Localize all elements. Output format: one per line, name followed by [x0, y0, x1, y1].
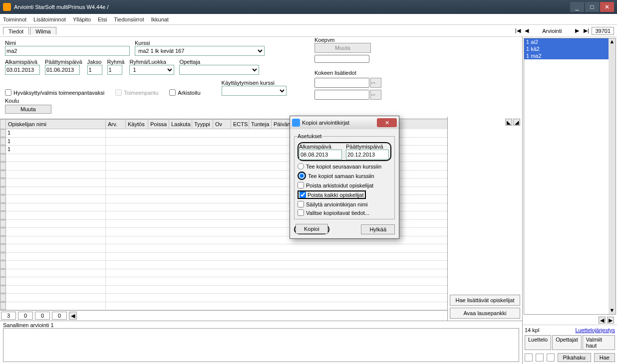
col-1[interactable]: Arv.: [106, 119, 126, 129]
paat-field[interactable]: [45, 65, 80, 75]
rp-item-1[interactable]: 1 kä2: [524, 45, 616, 52]
menu-yllapito[interactable]: Ylläpito: [73, 16, 91, 22]
jakso-label: Jakso: [87, 59, 102, 65]
hae-opiskelijat-button[interactable]: Hae lisättävät opiskelijat: [450, 295, 520, 306]
rp-item-2[interactable]: 1 ma2: [524, 52, 616, 59]
scroll-left-icon[interactable]: ◀: [69, 312, 77, 320]
alk-field[interactable]: [5, 65, 40, 75]
dlg-paat-field[interactable]: [346, 150, 389, 160]
menu-ikkunat[interactable]: Ikkunat: [151, 16, 168, 22]
table-row[interactable]: [0, 261, 447, 269]
tab-wilma[interactable]: Wilma: [30, 27, 56, 35]
kaytt-select[interactable]: [222, 86, 287, 96]
nav-last-icon[interactable]: ▶|: [583, 27, 590, 34]
rp-scrollbar[interactable]: ▲▼: [609, 38, 616, 314]
rp-left-icon[interactable]: ◀: [599, 317, 606, 324]
dlg-hylkaa-button[interactable]: Hylkää: [361, 224, 395, 234]
ryhma-label: Ryhmä: [107, 59, 125, 65]
rp-link[interactable]: Luettelojärjestys: [576, 327, 616, 333]
sanallinen-textarea[interactable]: [3, 328, 519, 362]
form-area: Nimi Kurssi ma2 1 lk kevät 167 Alkamispä…: [0, 37, 522, 117]
koepvm-field[interactable]: [314, 55, 369, 63]
dlg-alk-label: Alkamispäivä: [299, 144, 342, 150]
side-right-icon[interactable]: ◢: [513, 119, 520, 126]
save-icon[interactable]: [536, 354, 544, 362]
dlg-paat-label: Päättymispäivä: [346, 144, 389, 150]
table-row[interactable]: [0, 286, 447, 294]
chk-arkistoitu[interactable]: Arkistoitu: [169, 89, 200, 96]
jakso-field[interactable]: [87, 65, 102, 75]
dlg-chk-kaikki[interactable]: Poista kaikki opiskelijat: [298, 190, 391, 199]
lisat-btn-2[interactable]: ...: [370, 90, 381, 100]
koepvm-muuta-button[interactable]: Muuta: [314, 43, 371, 53]
rp-item-0[interactable]: 1 ai2: [524, 38, 616, 45]
opettaja-select[interactable]: [179, 65, 259, 75]
chk-toimeenpantu: Toimeenpantu: [115, 89, 158, 96]
menu-tiedonsiirrot[interactable]: Tiedonsiirrot: [114, 16, 144, 22]
lisat-field-2[interactable]: [314, 90, 369, 100]
dialog-title: Kopioi arviointikirjat: [302, 120, 377, 126]
dialog-close-button[interactable]: ✕: [377, 118, 397, 127]
right-pane: 1 ai2 1 kä2 1 ma2 ▲▼ ◀ ▶ 14 kpl Luettelo…: [522, 37, 617, 364]
rp-tab-luettelo[interactable]: Luettelo: [525, 335, 551, 350]
dlg-radio-sama[interactable]: Tee kopiot samaan kurssiin: [298, 172, 391, 180]
table-row[interactable]: [0, 277, 447, 286]
col-6[interactable]: Ov: [213, 119, 231, 129]
nav-prev-icon[interactable]: ◀: [523, 27, 530, 34]
lisat-field-1[interactable]: [314, 78, 369, 88]
menu-lisatoiminnot[interactable]: Lisätoiminnot: [33, 16, 66, 22]
sanallinen-label: Sanallinen arviointi 1: [3, 322, 54, 328]
table-row[interactable]: [0, 253, 447, 261]
col-0[interactable]: Opiskelijan nimi: [6, 119, 106, 129]
avaa-lausepankki-button[interactable]: Avaa lausepankki: [450, 308, 520, 319]
table-row[interactable]: [0, 302, 447, 311]
new-icon[interactable]: [525, 354, 533, 362]
menubar: Toiminnot Lisätoiminnot Ylläpito Etsi Ti…: [0, 14, 617, 25]
koulu-muuta-button[interactable]: Muuta: [5, 105, 51, 114]
nav-next-icon[interactable]: ▶: [574, 27, 581, 34]
nav-first-icon[interactable]: |◀: [514, 27, 521, 34]
rp-list[interactable]: 1 ai2 1 kä2 1 ma2 ▲▼: [524, 38, 616, 315]
hae-button[interactable]: Hae: [594, 353, 615, 362]
window-titlebar: Arviointi StarSoft multiPrimus W4.44e / …: [0, 0, 617, 14]
maximize-button[interactable]: □: [585, 2, 599, 12]
table-row[interactable]: [0, 244, 447, 253]
toolbar: Tiedot Wilma |◀ ◀ Arviointi ▶ ▶| 39701: [0, 25, 617, 37]
dlg-chk-valitse[interactable]: Valitse kopioitavat tiedot...: [298, 209, 391, 216]
table-row[interactable]: [0, 269, 447, 278]
rp-right-icon[interactable]: ▶: [607, 317, 614, 324]
stat-3: 0: [52, 312, 67, 320]
ryhma-field[interactable]: [107, 65, 122, 75]
rl-select[interactable]: 1: [129, 65, 174, 75]
lisat-btn-1[interactable]: ...: [370, 78, 381, 88]
print-icon[interactable]: [547, 354, 555, 362]
dlg-dates-hl: Alkamispäivä Päättymispäivä: [298, 142, 391, 161]
close-button[interactable]: ✕: [600, 2, 614, 12]
side-left-icon[interactable]: ◣: [505, 119, 512, 126]
col-3[interactable]: Poissa: [148, 119, 169, 129]
col-2[interactable]: Käytös: [126, 119, 148, 129]
table-row[interactable]: [0, 294, 447, 302]
rp-tab-opettajat[interactable]: Opettajat: [552, 335, 582, 350]
kaytt-label: Käyttäytymisen kurssi: [222, 80, 287, 86]
pikahaku-button[interactable]: Pikahaku: [558, 353, 591, 362]
col-4[interactable]: Laskuta: [169, 119, 192, 129]
minimize-button[interactable]: _: [570, 2, 584, 12]
paat-label: Päättymispäivä: [45, 59, 82, 65]
dlg-kopioi-button[interactable]: Kopioi: [296, 224, 328, 234]
col-8[interactable]: Tunteja: [249, 119, 272, 129]
menu-etsi[interactable]: Etsi: [98, 16, 107, 22]
dlg-radio-seuraava[interactable]: Tee kopiot seuraavaan kurssiin: [298, 163, 391, 170]
tab-tiedot[interactable]: Tiedot: [3, 27, 29, 35]
dlg-chk-sailyta[interactable]: Säilytä arviointikirjan nimi: [298, 201, 391, 207]
dlg-chk-arkistoidut[interactable]: Poista arkistoidut opiskelijat: [298, 182, 391, 188]
kurssi-select[interactable]: ma2 1 lk kevät 167: [135, 46, 265, 56]
menu-toiminnot[interactable]: Toiminnot: [3, 16, 26, 22]
nimi-label: Nimi: [5, 40, 130, 46]
rp-tab-valmiit[interactable]: Valmiit haut: [583, 335, 615, 350]
col-7[interactable]: ECTS: [231, 119, 249, 129]
nimi-field[interactable]: [5, 46, 130, 56]
col-5[interactable]: Tyyppi: [192, 119, 213, 129]
dlg-alk-field[interactable]: [299, 150, 342, 160]
chk-hyvaksytty[interactable]: Hyväksytty/valmis toimeenpantavaksi: [5, 89, 104, 96]
